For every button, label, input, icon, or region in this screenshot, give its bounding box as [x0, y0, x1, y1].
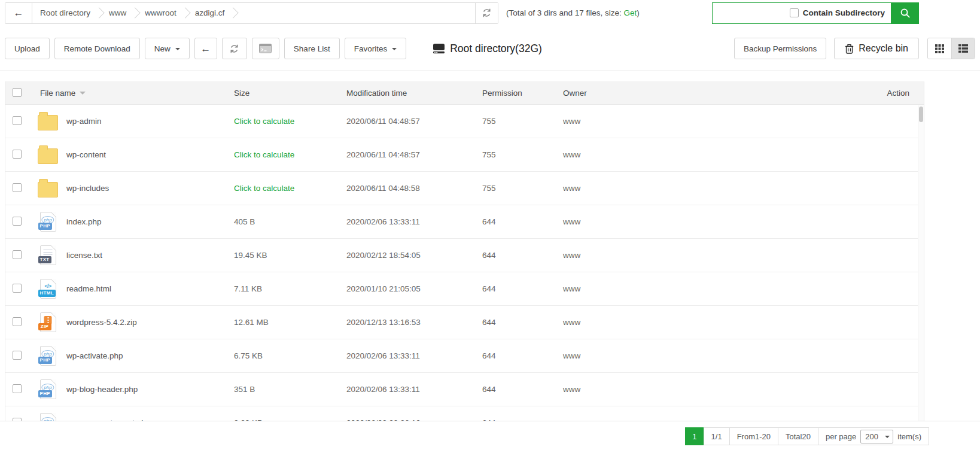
folder-icon [38, 115, 58, 130]
modification-time: 2020/02/12 18:54:05 [346, 251, 482, 260]
new-label: New [154, 44, 171, 53]
breadcrumb-items: Root directorywwwwwwrootazdigi.cf [32, 3, 475, 23]
size-value[interactable]: Click to calculate [234, 184, 294, 193]
get-size-link[interactable]: Get [624, 8, 637, 17]
modification-time: 2020/06/11 04:48:57 [346, 150, 482, 159]
contain-subdirectory-option[interactable]: Contain Subdirectory [790, 8, 891, 17]
upload-button[interactable]: Upload [5, 38, 50, 59]
row-checkbox[interactable] [13, 150, 22, 159]
new-menu-button[interactable]: New [145, 38, 190, 59]
owner-value: www [563, 150, 852, 159]
table-row[interactable]: phpPHP wp-activate.php 6.75 KB 2020/02/0… [5, 339, 924, 373]
modification-time: 2020/01/10 21:05:05 [346, 284, 482, 293]
row-checkbox[interactable] [13, 183, 22, 192]
row-checkbox[interactable] [13, 250, 22, 259]
row-checkbox[interactable] [13, 384, 22, 393]
size-value[interactable]: Click to calculate [234, 117, 294, 126]
breadcrumb-separator-icon [93, 7, 104, 18]
table-row[interactable]: TXT license.txt 19.45 KB 2020/02/12 18:5… [5, 239, 924, 272]
back-arrow-icon: ← [200, 44, 211, 54]
recycle-bin-button[interactable]: Recycle bin [834, 38, 919, 59]
total-indicator: Total20 [778, 427, 818, 445]
file-name-link[interactable]: wp-content [66, 150, 106, 159]
per-page-select[interactable]: 200 [860, 430, 893, 443]
owner-value: www [563, 318, 852, 327]
backup-permissions-button[interactable]: Backup Permissions [734, 38, 826, 59]
table-scrollbar[interactable] [918, 105, 924, 421]
php-file-icon: phpPHP [40, 212, 56, 232]
refresh-button[interactable] [222, 38, 247, 59]
table-row[interactable]: phpPHP wp-blog-header.php 351 B 2020/02/… [5, 373, 924, 406]
size-value: 12.61 MB [234, 318, 269, 327]
row-checkbox[interactable] [13, 317, 22, 326]
row-checkbox[interactable] [13, 351, 22, 360]
row-checkbox[interactable] [13, 217, 22, 226]
modification-time: 2020/02/06 13:33:11 [346, 217, 482, 226]
table-row[interactable]: phpPHP index.php 405 B 2020/02/06 13:33:… [5, 205, 924, 239]
page-1-button[interactable]: 1 [685, 427, 704, 445]
file-name-link[interactable]: license.txt [66, 251, 102, 260]
search-icon [900, 8, 911, 19]
file-name-link[interactable]: wp-blog-header.php [66, 385, 138, 394]
table-row[interactable]: wp-includes Click to calculate 2020/06/1… [5, 172, 924, 205]
file-table: File name Size Modification time Permiss… [5, 81, 924, 421]
pagination-bar: 1 1/1 From1-20 Total20 per page 200 item… [0, 427, 929, 445]
file-name-link[interactable]: readme.html [66, 284, 111, 293]
breadcrumb-separator-icon [179, 7, 190, 18]
current-location: Root directory(32G) [433, 42, 542, 55]
file-name-link[interactable]: wordpress-5.4.2.zip [66, 318, 137, 327]
dir-summary-text: (Total of 3 dirs and 17 files, size: [506, 8, 624, 17]
search-input[interactable] [713, 3, 790, 23]
breadcrumb-item[interactable]: azdigi.cf [195, 8, 225, 17]
breadcrumb-item[interactable]: www [109, 8, 126, 17]
file-name-link[interactable]: wp-activate.php [66, 351, 123, 360]
disk-icon [433, 43, 445, 54]
refresh-icon [482, 8, 492, 18]
chevron-down-icon [175, 48, 180, 53]
table-row[interactable]: phpPHP wp-comments-post.php 2.29 KB 2020… [5, 406, 924, 421]
select-all-checkbox[interactable] [13, 88, 22, 97]
list-view-button[interactable] [951, 38, 975, 59]
file-name-link[interactable]: wp-admin [66, 117, 102, 126]
php-file-icon: phpPHP [40, 346, 56, 366]
toolbar-right-group: Backup Permissions Recycle bin [734, 38, 975, 59]
file-name-header-label: File name [40, 89, 75, 98]
column-header-action: Action [887, 89, 924, 98]
row-checkbox[interactable] [13, 284, 22, 293]
contain-subdirectory-checkbox[interactable] [790, 8, 799, 17]
range-indicator: From1-20 [729, 427, 778, 445]
table-row[interactable]: wp-admin Click to calculate 2020/06/11 0… [5, 105, 924, 138]
path-refresh-button[interactable] [475, 3, 498, 23]
search-button[interactable] [891, 2, 919, 24]
favorites-menu-button[interactable]: Favorites [345, 38, 407, 59]
trash-icon [845, 44, 854, 54]
scrollbar-thumb[interactable] [919, 107, 923, 122]
owner-value: www [563, 385, 852, 394]
file-name-link[interactable]: wp-includes [66, 184, 109, 193]
table-row[interactable]: </>HTML readme.html 7.11 KB 2020/01/10 2… [5, 272, 924, 306]
back-arrow-icon: ← [14, 8, 24, 18]
owner-value: www [563, 184, 852, 193]
back-button[interactable]: ← [5, 3, 32, 23]
column-header-file-name[interactable]: File name [34, 89, 234, 98]
terminal-button[interactable] [252, 38, 279, 59]
owner-value: www [563, 117, 852, 126]
grid-view-button[interactable] [928, 38, 951, 59]
share-list-button[interactable]: Share List [284, 38, 340, 59]
go-back-button[interactable]: ← [194, 38, 217, 59]
row-checkbox[interactable] [13, 116, 22, 125]
size-value: 405 B [234, 217, 255, 226]
table-row[interactable]: ZIP wordpress-5.4.2.zip 12.61 MB 2020/12… [5, 306, 924, 339]
table-row[interactable]: wp-content Click to calculate 2020/06/11… [5, 138, 924, 172]
row-checkbox[interactable] [13, 418, 22, 421]
file-name-link[interactable]: index.php [66, 217, 102, 226]
size-value[interactable]: Click to calculate [234, 150, 294, 159]
breadcrumb-item[interactable]: wwwroot [145, 8, 176, 17]
path-bar: ← Root directorywwwwwwrootazdigi.cf (Tot… [0, 0, 980, 24]
remote-download-button[interactable]: Remote Download [54, 38, 140, 59]
size-value: 19.45 KB [234, 251, 267, 260]
owner-value: www [563, 251, 852, 260]
file-name-link[interactable]: wp-comments-post.php [66, 418, 150, 421]
breadcrumb-item[interactable]: Root directory [40, 8, 90, 17]
size-value: 7.11 KB [234, 284, 262, 293]
